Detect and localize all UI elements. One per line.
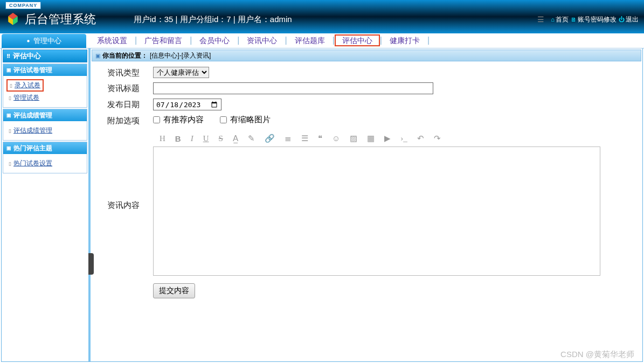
box-head-1: ▣评估成绩管理 (3, 109, 87, 121)
undo-icon[interactable]: ↶ (417, 134, 424, 143)
user-info: 用户id：35 | 用户分组id：7 | 用户名：admin (134, 15, 292, 25)
dot-icon: ● (26, 38, 30, 44)
table-icon[interactable]: ▦ (367, 134, 375, 143)
side-link-2-0[interactable]: ▯热门试卷设置 (9, 157, 81, 170)
submit-button[interactable]: 提交内容 (153, 283, 195, 298)
emoji-icon[interactable]: ☺ (332, 134, 340, 143)
logo-icon (5, 12, 20, 27)
home-label: 首页 (556, 15, 569, 24)
link-label: 评估成绩管理 (13, 126, 52, 135)
company-badge: COMPANY (5, 2, 41, 9)
sidebar: ⠿评估中心 ▣评估试卷管理▯录入试卷▯管理试卷▣评估成绩管理▯评估成绩管理▣热门… (2, 48, 91, 361)
row-type: 资讯类型 个人健康评估 (94, 67, 639, 78)
box-body: ▯评估成绩管理 (3, 121, 87, 140)
nav-items: 系统设置|广告和留言|会员中心|资讯中心|评估题库|评估中心|健康打卡| (89, 36, 430, 46)
password-button[interactable]: 🗎账号密码修改 (571, 15, 617, 24)
sidebar-head-label: 评估中心 (13, 51, 41, 61)
opt-thumb[interactable]: 有缩略图片 (220, 115, 271, 125)
italic-icon[interactable]: I (191, 134, 193, 143)
app-header: COMPANY 后台管理系统 用户id：35 | 用户分组id：7 | 用户名：… (0, 0, 644, 33)
logout-button[interactable]: ⏻退出 (619, 15, 639, 24)
heading-icon[interactable]: H (160, 134, 165, 143)
nav-item-2[interactable]: 会员中心 (192, 36, 237, 45)
link-label: 录入试卷 (15, 81, 40, 90)
header-actions: ☰ ⌂首页 🗎账号密码修改 ⏻退出 (537, 15, 639, 24)
title-input[interactable] (153, 82, 433, 94)
recommend-label: 有推荐内容 (163, 115, 204, 125)
box-icon: ▣ (6, 67, 11, 73)
link-label: 管理试卷 (13, 93, 39, 102)
link-label: 热门试卷设置 (13, 159, 52, 168)
nav-item-6[interactable]: 健康打卡 (382, 36, 427, 45)
box-head-0: ▣评估试卷管理 (3, 64, 87, 76)
box-head-2: ▣热门评估主题 (3, 142, 87, 154)
box-title: 评估成绩管理 (13, 111, 52, 120)
mgmt-center-tab[interactable]: ●管理中心 (2, 34, 86, 48)
type-select[interactable]: 个人健康评估 (153, 67, 209, 78)
quote-icon[interactable]: ❝ (318, 134, 322, 143)
grid-icon: ⠿ (6, 53, 10, 59)
editor: H B I U S A̲ ✎ 🔗 ≣ ☰ ❝ ☺ ▨ (153, 130, 639, 278)
thumb-checkbox[interactable] (220, 116, 227, 123)
brush-icon[interactable]: ✎ (248, 134, 255, 143)
format-icon[interactable]: A̲ (233, 134, 238, 143)
breadcrumb-label: 你当前的位置： (102, 51, 148, 60)
doc-icon: ▯ (10, 83, 12, 88)
side-link-0-0[interactable]: ▯录入试卷 (6, 79, 44, 92)
password-label: 账号密码修改 (578, 15, 617, 24)
editor-textarea[interactable] (153, 146, 600, 276)
breadcrumb: ▣ 你当前的位置： [信息中心]-[录入资讯] (92, 50, 641, 61)
code-icon[interactable]: ›_ (400, 134, 407, 143)
logout-label: 退出 (626, 15, 639, 24)
type-label: 资讯类型 (94, 67, 153, 78)
lock-icon: 🗎 (571, 16, 577, 23)
nav-item-3[interactable]: 资讯中心 (239, 36, 285, 45)
mgmt-tab-label: 管理中心 (33, 36, 61, 46)
nav-sep: | (427, 36, 430, 45)
side-link-0-1[interactable]: ▯管理试卷 (9, 92, 81, 104)
strike-icon[interactable]: S (219, 134, 223, 143)
main-wrap: ⠿评估中心 ▣评估试卷管理▯录入试卷▯管理试卷▣评估成绩管理▯评估成绩管理▣热门… (1, 48, 643, 362)
bold-icon[interactable]: B (175, 134, 181, 143)
ol-icon[interactable]: ≣ (285, 134, 292, 143)
side-box-2: ▣热门评估主题▯热门试卷设置 (3, 142, 87, 173)
side-link-1-0[interactable]: ▯评估成绩管理 (9, 124, 81, 137)
row-date: 发布日期 (94, 99, 639, 110)
content-label: 资讯内容 (94, 130, 153, 211)
home-icon: ⌂ (551, 16, 555, 23)
nav-item-5[interactable]: 评估中心 (335, 34, 380, 46)
nav-item-4[interactable]: 评估题库 (287, 36, 333, 45)
box-body: ▯热门试卷设置 (3, 154, 87, 173)
underline-icon[interactable]: U (203, 134, 209, 143)
recommend-checkbox[interactable] (153, 116, 160, 123)
ul-icon[interactable]: ☰ (301, 134, 308, 143)
home-button[interactable]: ⌂首页 (551, 15, 569, 24)
sidebar-head: ⠿评估中心 (3, 50, 87, 62)
side-box-1: ▣评估成绩管理▯评估成绩管理 (3, 109, 87, 141)
collapse-handle[interactable] (88, 253, 94, 275)
page-icon: ▣ (95, 53, 100, 59)
nav-item-1[interactable]: 广告和留言 (137, 36, 190, 45)
video-icon[interactable]: ▶ (384, 134, 391, 143)
date-input[interactable] (153, 99, 221, 110)
content-area: ▣ 你当前的位置： [信息中心]-[录入资讯] 资讯类型 个人健康评估 资讯标题… (91, 48, 642, 361)
nav-item-0[interactable]: 系统设置 (89, 36, 135, 45)
top-nav: ●管理中心 系统设置|广告和留言|会员中心|资讯中心|评估题库|评估中心|健康打… (0, 33, 644, 48)
system-title: 后台管理系统 (25, 11, 96, 27)
side-box-0: ▣评估试卷管理▯录入试卷▯管理试卷 (3, 64, 87, 108)
row-content: 资讯内容 H B I U S A̲ ✎ 🔗 ≣ ☰ (94, 130, 639, 298)
row-options: 附加选项 有推荐内容 有缩略图片 (94, 115, 639, 126)
doc-icon: ▯ (9, 128, 11, 134)
date-label: 发布日期 (94, 99, 153, 110)
link-icon[interactable]: 🔗 (265, 134, 275, 143)
thumb-label: 有缩略图片 (230, 115, 271, 125)
menu-icon[interactable]: ☰ (537, 15, 544, 24)
opt-recommend[interactable]: 有推荐内容 (153, 115, 204, 125)
power-icon: ⏻ (619, 16, 625, 23)
form-area: 资讯类型 个人健康评估 资讯标题 发布日期 附加选项 有推荐内容 有缩略图片 (92, 61, 641, 308)
box-title: 评估试卷管理 (13, 66, 52, 75)
redo-icon[interactable]: ↷ (434, 134, 441, 143)
doc-icon: ▯ (9, 161, 11, 166)
box-icon: ▣ (6, 113, 11, 118)
image-icon[interactable]: ▨ (350, 134, 357, 143)
